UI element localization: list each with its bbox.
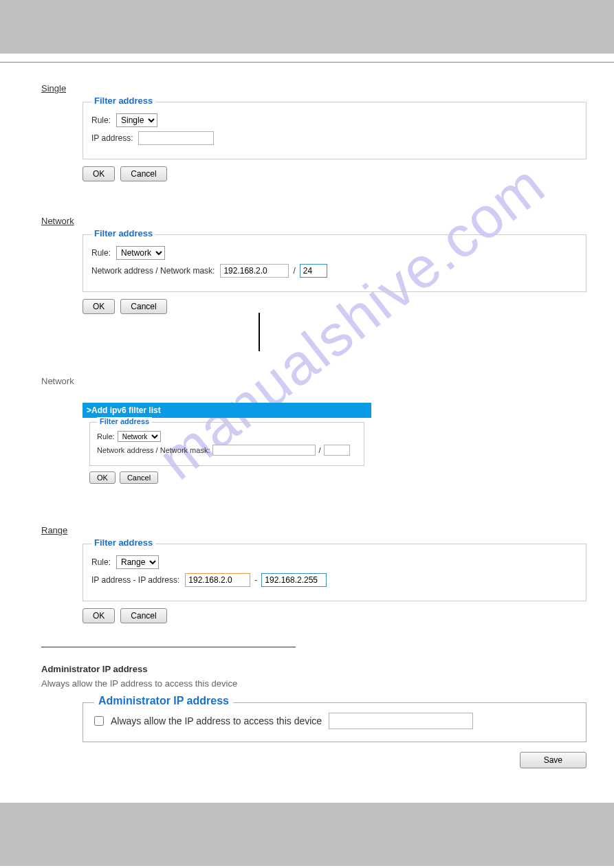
rule-select-range[interactable]: Range <box>116 555 159 569</box>
single-filter-panel: Filter address Rule: Single IP address: <box>83 102 586 159</box>
annotation-line <box>259 313 586 351</box>
admin-ip-input[interactable] <box>329 713 473 729</box>
ipv6-mask-input[interactable] <box>324 445 350 456</box>
single-heading: Single <box>41 83 66 93</box>
ok-button[interactable]: OK <box>83 608 115 623</box>
admin-ip-intro: Always allow the IP address to access th… <box>41 678 586 689</box>
save-button[interactable]: Save <box>520 752 586 768</box>
cancel-button[interactable]: Cancel <box>120 166 166 181</box>
dash-sep: - <box>254 575 257 585</box>
rule-label: Rule: <box>91 248 111 258</box>
network-filter-panel: Filter address Rule: Network Network add… <box>83 234 586 292</box>
rule-select-network[interactable]: Network <box>116 246 165 260</box>
network-mask-input[interactable] <box>300 264 327 278</box>
ipv6-address-input[interactable] <box>212 445 316 456</box>
range-to-input[interactable] <box>261 573 327 587</box>
rule-select-single[interactable]: Single <box>116 113 157 127</box>
rule-label: Rule: <box>91 557 111 567</box>
ipv6-figure: >Add ipv6 filter list Filter address Rul… <box>83 403 371 491</box>
ok-button[interactable]: OK <box>83 166 115 181</box>
rule-select-ipv6[interactable]: Network <box>118 431 161 442</box>
admin-ip-panel-title: Administrator IP address <box>94 695 233 707</box>
always-allow-label: Always allow the IP address to access th… <box>111 715 322 726</box>
rule-label: Rule: <box>97 432 115 441</box>
range-filter-panel: Filter address Rule: Range IP address - … <box>83 544 586 601</box>
ip-label: IP address: <box>91 133 133 143</box>
cancel-button[interactable]: Cancel <box>120 608 166 623</box>
page-header-bar <box>0 0 614 54</box>
slash-sep: / <box>293 266 295 276</box>
panel-title: Filter address <box>91 228 155 238</box>
ok-button[interactable]: OK <box>83 299 115 314</box>
page-footer-bar <box>0 803 614 866</box>
divider-section <box>41 647 296 647</box>
panel-title: Filter address <box>97 417 152 425</box>
panel-title: Filter address <box>91 96 155 106</box>
slash-sep: / <box>318 446 320 454</box>
range-label: IP address - IP address: <box>91 575 179 585</box>
ok-button[interactable]: OK <box>89 471 116 484</box>
netmask-label: Network address / Network mask: <box>97 446 210 454</box>
admin-ip-heading: Administrator IP address <box>41 664 586 674</box>
range-from-input[interactable] <box>185 573 250 587</box>
network-address-input[interactable] <box>220 264 289 278</box>
cancel-button[interactable]: Cancel <box>120 299 166 314</box>
admin-ip-panel: Administrator IP address Always allow th… <box>83 702 586 742</box>
ip-input-single[interactable] <box>138 131 214 145</box>
always-allow-checkbox[interactable] <box>94 716 104 726</box>
ipv6-titlebar: >Add ipv6 filter list <box>83 403 371 418</box>
rule-label: Rule: <box>91 115 111 125</box>
network-ipv6-heading: Network <box>41 376 74 386</box>
range-heading: Range <box>41 525 67 535</box>
network-heading: Network <box>41 216 74 226</box>
cancel-button[interactable]: Cancel <box>120 471 158 484</box>
netmask-label: Network address / Network mask: <box>91 266 215 276</box>
panel-title: Filter address <box>91 537 155 548</box>
